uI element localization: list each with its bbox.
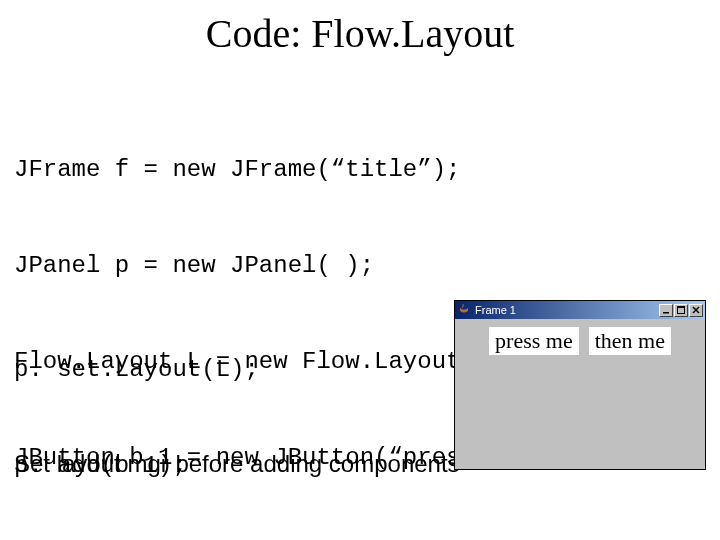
close-icon <box>692 306 700 314</box>
svg-rect-0 <box>663 312 669 314</box>
press-me-button[interactable]: press me <box>489 327 579 355</box>
code-line: p. set.Layout(L); <box>14 354 345 386</box>
minimize-icon <box>662 306 670 314</box>
svg-rect-2 <box>678 307 685 309</box>
slide-title: Code: Flow.Layout <box>0 10 720 57</box>
then-me-button[interactable]: then me <box>589 327 671 355</box>
frame-title-controls <box>659 304 703 317</box>
frame-content-pane: press me then me <box>455 319 705 469</box>
slide: Code: Flow.Layout JFrame f = new JFrame(… <box>0 0 720 540</box>
frame-window: Frame 1 press me then me <box>454 300 706 470</box>
frame-title-text: Frame 1 <box>475 304 659 316</box>
minimize-button[interactable] <box>659 304 673 317</box>
maximize-icon <box>677 306 685 314</box>
code-block-2: p. set.Layout(L); p. add(b 1); p. add(b … <box>14 290 345 540</box>
close-button[interactable] <box>689 304 703 317</box>
code-line: JPanel p = new JPanel( ); <box>14 250 561 282</box>
java-cup-icon <box>457 303 471 317</box>
code-line: JFrame f = new JFrame(“title”); <box>14 154 561 186</box>
frame-titlebar[interactable]: Frame 1 <box>455 301 705 319</box>
footer-note: Set layout mgr before adding components <box>14 450 460 478</box>
maximize-button[interactable] <box>674 304 688 317</box>
